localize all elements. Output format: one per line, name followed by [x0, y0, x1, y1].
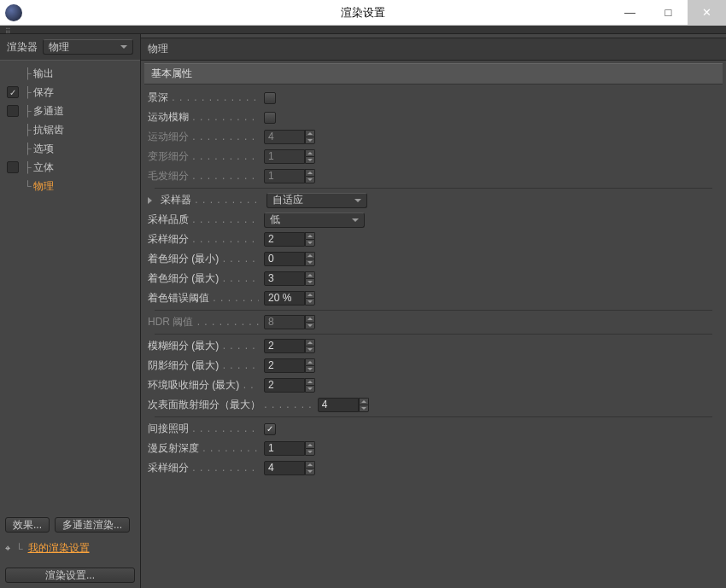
prop-dof: 景深 . . . . . . . . . . . . . . . . — [148, 88, 719, 108]
prop-sampler: 采样器 . . . . . . . . . . . . . . . 自适应 — [148, 190, 719, 210]
shadow-max-spinner[interactable]: 2 — [264, 358, 317, 373]
minimize-button[interactable]: — — [611, 0, 649, 25]
indirect-checkbox[interactable]: ✓ — [264, 423, 276, 435]
close-button[interactable]: ✕ — [688, 0, 726, 25]
ao-max-spinner[interactable]: 2 — [264, 378, 317, 393]
tree-item-save[interactable]: ✓├保存 — [0, 83, 140, 102]
multipass-render-button[interactable]: 多通道渲染... — [55, 517, 130, 533]
motion-sub-spinner[interactable]: 4 — [264, 130, 317, 144]
renderer-row: 渲染器 物理 — [0, 34, 140, 61]
prop-diffuse-depth: 漫反射深度 . . . . . . . . . . . . . 1 — [148, 439, 719, 458]
shading-min-spinner[interactable]: 0 — [264, 252, 317, 266]
renderer-label: 渲染器 — [7, 40, 38, 55]
effects-button[interactable]: 效果... — [5, 517, 50, 533]
group-basic-header: 基本属性 — [144, 63, 723, 84]
panel-title: 物理 — [141, 38, 726, 61]
chevron-down-icon — [352, 218, 359, 222]
target-icon: ⌖ — [5, 543, 10, 554]
window-controls: — □ ✕ — [611, 0, 726, 25]
checkbox-icon — [7, 105, 19, 117]
prop-sample-sub2: 采样细分 . . . . . . . . . . . . . . 4 — [148, 458, 719, 478]
drag-handle[interactable]: ⠿ — [0, 26, 726, 34]
checkbox-icon: ✓ — [7, 86, 19, 98]
window: 渲染设置 — □ ✕ ⠿ 渲染器 物理 ├输出 ✓├保存 ├多通道 ├抗锯齿 ├… — [0, 0, 726, 588]
props-area: 景深 . . . . . . . . . . . . . . . . 运动模糊 … — [141, 84, 726, 481]
prop-shadow-max: 阴影细分 (最大) . . . . . . . . . 2 — [148, 356, 719, 376]
tree-item-antialias[interactable]: ├抗锯齿 — [0, 120, 140, 139]
prop-sss-max: 次表面散射细分（最大） . . . . . . . 4 — [148, 395, 719, 415]
content-area: 渲染器 物理 ├输出 ✓├保存 ├多通道 ├抗锯齿 ├选项 ├立体 └物理 效果… — [0, 34, 726, 588]
tree-item-physical[interactable]: └物理 — [0, 177, 140, 195]
prop-ao-max: 环境吸收细分 (最大) . . . . . . . 2 — [148, 376, 719, 395]
tree: ├输出 ✓├保存 ├多通道 ├抗锯齿 ├选项 ├立体 └物理 — [0, 61, 140, 199]
tree-item-options[interactable]: ├选项 — [0, 139, 140, 158]
chevron-down-icon — [354, 199, 361, 202]
my-settings-row: ⌖ └ 我的渲染设置 — [5, 538, 135, 568]
prop-shading-min: 着色细分 (最小) . . . . . . . . . 0 — [148, 249, 719, 269]
chevron-down-icon — [120, 45, 127, 49]
sample-sub2-spinner[interactable]: 4 — [264, 461, 317, 475]
titlebar: 渲染设置 — □ ✕ — [0, 0, 726, 26]
sampler-dropdown[interactable]: 自适应 — [266, 193, 367, 208]
sample-sub-spinner[interactable]: 2 — [264, 232, 317, 247]
shading-max-spinner[interactable]: 3 — [264, 271, 317, 286]
expand-icon[interactable] — [148, 197, 152, 204]
diffuse-depth-spinner[interactable]: 1 — [264, 441, 317, 456]
app-icon — [5, 4, 22, 21]
my-render-settings-link[interactable]: 我的渲染设置 — [28, 541, 90, 556]
prop-motion-sub: 运动细分 . . . . . . . . . . . . . . 4 — [148, 127, 719, 147]
checkbox-icon — [7, 161, 19, 173]
sss-max-spinner[interactable]: 4 — [318, 398, 371, 412]
prop-deform-sub: 变形细分 . . . . . . . . . . . . . . 1 — [148, 147, 719, 166]
renderer-value: 物理 — [49, 40, 69, 55]
left-bottom: 效果... 多通道渲染... ⌖ └ 我的渲染设置 渲染设置... — [0, 512, 140, 588]
prop-motion-blur: 运动模糊 . . . . . . . . . . . . . . — [148, 108, 719, 127]
blur-max-spinner[interactable]: 2 — [264, 339, 317, 353]
deform-sub-spinner[interactable]: 1 — [264, 149, 317, 164]
render-settings-button[interactable]: 渲染设置... — [5, 568, 135, 583]
prop-indirect: 间接照明 . . . . . . . . . . . . . . ✓ — [148, 419, 719, 439]
prop-hdr-thresh: HDR 阈值 . . . . . . . . . . . . 8 — [148, 312, 719, 332]
dof-checkbox[interactable] — [264, 92, 276, 104]
prop-sample-quality: 采样品质 . . . . . . . . . . . . . . 低 — [148, 210, 719, 230]
tree-item-multipass[interactable]: ├多通道 — [0, 102, 140, 120]
renderer-dropdown[interactable]: 物理 — [43, 39, 133, 55]
hair-sub-spinner[interactable]: 1 — [264, 169, 317, 183]
maximize-button[interactable]: □ — [649, 0, 688, 25]
prop-hair-sub: 毛发细分 . . . . . . . . . . . . . . 1 — [148, 166, 719, 186]
window-title: 渲染设置 — [341, 5, 385, 20]
prop-shading-err: 着色错误阈值 . . . . . . . . . . . . 20 % — [148, 288, 719, 308]
shading-err-spinner[interactable]: 20 % — [264, 291, 317, 306]
motion-blur-checkbox[interactable] — [264, 112, 276, 124]
sample-quality-dropdown[interactable]: 低 — [264, 212, 365, 228]
tree-item-stereo[interactable]: ├立体 — [0, 158, 140, 177]
prop-shading-max: 着色细分 (最大) . . . . . . . . . 3 — [148, 269, 719, 288]
tree-item-output[interactable]: ├输出 — [0, 64, 140, 83]
hdr-thresh-spinner[interactable]: 8 — [264, 315, 317, 329]
prop-blur-max: 模糊细分 (最大) . . . . . . . . . 2 — [148, 336, 719, 356]
left-panel: 渲染器 物理 ├输出 ✓├保存 ├多通道 ├抗锯齿 ├选项 ├立体 └物理 效果… — [0, 34, 141, 588]
prop-sample-sub: 采样细分 . . . . . . . . . . . . . . 2 — [148, 230, 719, 249]
right-panel: 物理 基本属性 景深 . . . . . . . . . . . . . . .… — [141, 34, 726, 588]
